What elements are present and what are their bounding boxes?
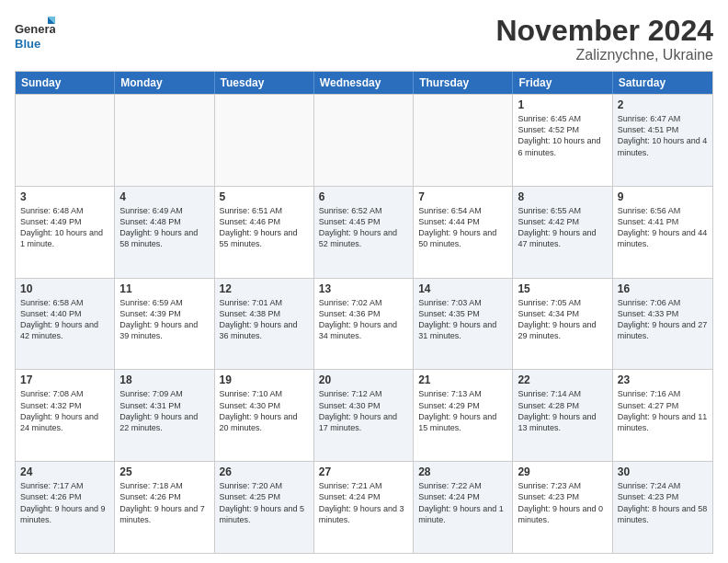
cal-cell: 14Sunrise: 7:03 AM Sunset: 4:35 PM Dayli… bbox=[414, 279, 513, 370]
cell-info: Sunrise: 7:23 AM Sunset: 4:23 PM Dayligh… bbox=[518, 480, 607, 525]
day-number: 7 bbox=[418, 190, 507, 203]
cal-cell bbox=[215, 95, 314, 186]
header-day-sunday: Sunday bbox=[16, 72, 115, 94]
cell-info: Sunrise: 7:08 AM Sunset: 4:32 PM Dayligh… bbox=[20, 388, 109, 433]
day-number: 14 bbox=[418, 282, 507, 295]
page: General Blue November 2024 Zaliznychne, … bbox=[0, 0, 728, 563]
cal-cell: 26Sunrise: 7:20 AM Sunset: 4:25 PM Dayli… bbox=[215, 462, 314, 553]
cell-info: Sunrise: 7:12 AM Sunset: 4:30 PM Dayligh… bbox=[319, 388, 408, 433]
cell-info: Sunrise: 7:05 AM Sunset: 4:34 PM Dayligh… bbox=[518, 297, 607, 342]
cal-cell: 21Sunrise: 7:13 AM Sunset: 4:29 PM Dayli… bbox=[414, 370, 513, 461]
cal-cell bbox=[16, 95, 115, 186]
cell-info: Sunrise: 7:24 AM Sunset: 4:23 PM Dayligh… bbox=[618, 480, 708, 525]
cal-cell: 7Sunrise: 6:54 AM Sunset: 4:44 PM Daylig… bbox=[414, 187, 513, 278]
cal-cell: 18Sunrise: 7:09 AM Sunset: 4:31 PM Dayli… bbox=[115, 370, 214, 461]
cell-info: Sunrise: 7:21 AM Sunset: 4:24 PM Dayligh… bbox=[319, 480, 408, 525]
day-number: 13 bbox=[319, 282, 408, 295]
cell-info: Sunrise: 7:13 AM Sunset: 4:29 PM Dayligh… bbox=[418, 388, 507, 433]
cell-info: Sunrise: 7:16 AM Sunset: 4:27 PM Dayligh… bbox=[618, 388, 708, 433]
header-day-saturday: Saturday bbox=[613, 72, 712, 94]
cell-info: Sunrise: 7:22 AM Sunset: 4:24 PM Dayligh… bbox=[418, 480, 507, 525]
day-number: 23 bbox=[618, 373, 708, 386]
logo-svg: General Blue bbox=[15, 15, 55, 55]
day-number: 30 bbox=[618, 465, 708, 478]
title-block: November 2024 Zaliznychne, Ukraine bbox=[495, 15, 713, 63]
day-number: 24 bbox=[20, 465, 109, 478]
day-number: 3 bbox=[20, 190, 109, 203]
day-number: 5 bbox=[220, 190, 309, 203]
day-number: 6 bbox=[319, 190, 408, 203]
svg-text:Blue: Blue bbox=[15, 37, 40, 51]
cell-info: Sunrise: 7:06 AM Sunset: 4:33 PM Dayligh… bbox=[618, 297, 708, 342]
cal-cell: 24Sunrise: 7:17 AM Sunset: 4:26 PM Dayli… bbox=[16, 462, 115, 553]
cal-cell: 8Sunrise: 6:55 AM Sunset: 4:42 PM Daylig… bbox=[513, 187, 612, 278]
cal-cell bbox=[414, 95, 513, 186]
cell-info: Sunrise: 6:49 AM Sunset: 4:48 PM Dayligh… bbox=[119, 205, 209, 250]
cal-cell: 27Sunrise: 7:21 AM Sunset: 4:24 PM Dayli… bbox=[314, 462, 414, 553]
cal-row-1: 3Sunrise: 6:48 AM Sunset: 4:49 PM Daylig… bbox=[16, 186, 712, 278]
cell-info: Sunrise: 7:03 AM Sunset: 4:35 PM Dayligh… bbox=[418, 297, 507, 342]
cell-info: Sunrise: 6:54 AM Sunset: 4:44 PM Dayligh… bbox=[418, 205, 507, 250]
header-day-tuesday: Tuesday bbox=[215, 72, 314, 94]
cell-info: Sunrise: 7:09 AM Sunset: 4:31 PM Dayligh… bbox=[119, 388, 209, 433]
day-number: 26 bbox=[220, 465, 309, 478]
cal-cell bbox=[115, 95, 214, 186]
svg-text:General: General bbox=[15, 22, 55, 36]
day-number: 15 bbox=[518, 282, 607, 295]
cal-cell: 1Sunrise: 6:45 AM Sunset: 4:52 PM Daylig… bbox=[513, 95, 612, 186]
day-number: 29 bbox=[518, 465, 607, 478]
day-number: 17 bbox=[20, 373, 109, 386]
cal-cell: 6Sunrise: 6:52 AM Sunset: 4:45 PM Daylig… bbox=[314, 187, 414, 278]
day-number: 20 bbox=[319, 373, 408, 386]
cell-info: Sunrise: 6:56 AM Sunset: 4:41 PM Dayligh… bbox=[618, 205, 708, 250]
cal-row-0: 1Sunrise: 6:45 AM Sunset: 4:52 PM Daylig… bbox=[16, 94, 712, 186]
day-number: 9 bbox=[618, 190, 708, 203]
cal-cell: 11Sunrise: 6:59 AM Sunset: 4:39 PM Dayli… bbox=[115, 279, 214, 370]
day-number: 8 bbox=[518, 190, 607, 203]
cal-row-4: 24Sunrise: 7:17 AM Sunset: 4:26 PM Dayli… bbox=[16, 461, 712, 553]
day-number: 25 bbox=[119, 465, 209, 478]
header-day-monday: Monday bbox=[115, 72, 214, 94]
cal-cell: 5Sunrise: 6:51 AM Sunset: 4:46 PM Daylig… bbox=[215, 187, 314, 278]
cal-cell: 15Sunrise: 7:05 AM Sunset: 4:34 PM Dayli… bbox=[513, 279, 612, 370]
cal-cell: 20Sunrise: 7:12 AM Sunset: 4:30 PM Dayli… bbox=[314, 370, 414, 461]
day-number: 22 bbox=[518, 373, 607, 386]
cal-cell bbox=[314, 95, 414, 186]
cal-cell: 25Sunrise: 7:18 AM Sunset: 4:26 PM Dayli… bbox=[115, 462, 214, 553]
cal-row-3: 17Sunrise: 7:08 AM Sunset: 4:32 PM Dayli… bbox=[16, 369, 712, 461]
cal-cell: 12Sunrise: 7:01 AM Sunset: 4:38 PM Dayli… bbox=[215, 279, 314, 370]
cal-cell: 4Sunrise: 6:49 AM Sunset: 4:48 PM Daylig… bbox=[115, 187, 214, 278]
cell-info: Sunrise: 7:01 AM Sunset: 4:38 PM Dayligh… bbox=[220, 297, 309, 342]
cell-info: Sunrise: 6:48 AM Sunset: 4:49 PM Dayligh… bbox=[20, 205, 109, 250]
header-day-thursday: Thursday bbox=[414, 72, 513, 94]
day-number: 28 bbox=[418, 465, 507, 478]
cell-info: Sunrise: 6:59 AM Sunset: 4:39 PM Dayligh… bbox=[119, 297, 209, 342]
cell-info: Sunrise: 7:20 AM Sunset: 4:25 PM Dayligh… bbox=[220, 480, 309, 525]
cal-cell: 29Sunrise: 7:23 AM Sunset: 4:23 PM Dayli… bbox=[513, 462, 612, 553]
cal-cell: 2Sunrise: 6:47 AM Sunset: 4:51 PM Daylig… bbox=[613, 95, 712, 186]
day-number: 2 bbox=[618, 98, 708, 111]
day-number: 18 bbox=[119, 373, 209, 386]
day-number: 19 bbox=[220, 373, 309, 386]
day-number: 21 bbox=[418, 373, 507, 386]
day-number: 16 bbox=[618, 282, 708, 295]
header: General Blue November 2024 Zaliznychne, … bbox=[15, 15, 713, 63]
month-title: November 2024 bbox=[495, 15, 713, 47]
calendar: SundayMondayTuesdayWednesdayThursdayFrid… bbox=[15, 71, 713, 554]
cal-cell: 23Sunrise: 7:16 AM Sunset: 4:27 PM Dayli… bbox=[613, 370, 712, 461]
cal-cell: 22Sunrise: 7:14 AM Sunset: 4:28 PM Dayli… bbox=[513, 370, 612, 461]
cell-info: Sunrise: 6:45 AM Sunset: 4:52 PM Dayligh… bbox=[518, 113, 607, 158]
cell-info: Sunrise: 7:18 AM Sunset: 4:26 PM Dayligh… bbox=[119, 480, 209, 525]
day-number: 10 bbox=[20, 282, 109, 295]
cell-info: Sunrise: 6:47 AM Sunset: 4:51 PM Dayligh… bbox=[618, 113, 708, 158]
location: Zaliznychne, Ukraine bbox=[495, 47, 713, 63]
header-day-wednesday: Wednesday bbox=[314, 72, 414, 94]
cal-cell: 13Sunrise: 7:02 AM Sunset: 4:36 PM Dayli… bbox=[314, 279, 414, 370]
logo: General Blue bbox=[15, 15, 55, 55]
cell-info: Sunrise: 6:52 AM Sunset: 4:45 PM Dayligh… bbox=[319, 205, 408, 250]
cal-cell: 17Sunrise: 7:08 AM Sunset: 4:32 PM Dayli… bbox=[16, 370, 115, 461]
cell-info: Sunrise: 7:10 AM Sunset: 4:30 PM Dayligh… bbox=[220, 388, 309, 433]
day-number: 4 bbox=[119, 190, 209, 203]
calendar-header: SundayMondayTuesdayWednesdayThursdayFrid… bbox=[16, 72, 712, 94]
cal-cell: 30Sunrise: 7:24 AM Sunset: 4:23 PM Dayli… bbox=[613, 462, 712, 553]
